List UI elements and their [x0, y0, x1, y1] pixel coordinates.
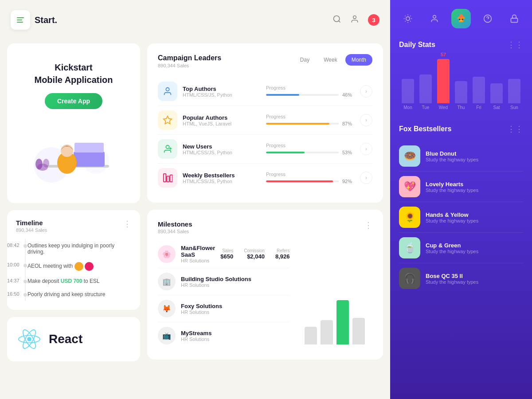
- svg-point-11: [35, 159, 43, 169]
- svg-line-33: [410, 16, 411, 16]
- list-item: 16:50 Poorly driving and keep structure: [25, 288, 131, 301]
- svg-line-29: [410, 21, 411, 21]
- bar-label: Thu: [457, 105, 465, 110]
- chart-bar: [321, 320, 333, 344]
- progress-pct: 92%: [342, 179, 355, 184]
- milestone-stats: Sales $650 Comission $2,040 Refers 8,926: [220, 248, 289, 260]
- timeline-card: Timeline 890,344 Sales ⋮ 08:42 Outlines …: [7, 210, 140, 310]
- list-item: 🎧 Bose QC 35 II Study the highway types: [399, 263, 523, 293]
- new-users-progress: Progress 53%: [266, 143, 355, 155]
- chart-bar-wed: [437, 59, 450, 103]
- svg-point-2: [353, 16, 356, 19]
- milestones-card: Milestones 890,344 Sales ⋮ 🌸 Man&Flower …: [147, 210, 383, 360]
- chevron-button[interactable]: ›: [360, 85, 372, 98]
- timeline-text: Outlines keep you indulging in poorly dr…: [27, 243, 131, 255]
- milestone-icon: 🌸: [158, 245, 176, 263]
- left-panel: Start. 3 Kickstart Mobile Application Cr…: [0, 0, 390, 399]
- progress-bar: [266, 152, 339, 153]
- left-column: Kickstart Mobile Application Create App: [7, 43, 140, 392]
- timeline-text: Make deposit USD 700 to ESL: [27, 278, 131, 284]
- chevron-button[interactable]: ›: [360, 172, 372, 184]
- timeline-options-icon[interactable]: ⋮: [123, 219, 131, 229]
- milestone-info: Man&Flower SaaS HR Solutions: [181, 245, 215, 263]
- campaign-subtitle: 890,344 Sales: [158, 63, 221, 68]
- bestseller-image: 💖: [399, 176, 420, 197]
- weekly-bestsellers-info: Weekly Bestsellers HTML/CSS/JS, Python: [183, 172, 261, 184]
- progress-pct: 53%: [342, 150, 355, 155]
- bar-group-tue: Tue: [419, 66, 433, 110]
- search-icon[interactable]: [332, 15, 341, 26]
- illustration: [25, 116, 122, 183]
- popular-authors-progress: Progress 87%: [266, 114, 355, 126]
- tab-week[interactable]: Week: [317, 54, 343, 66]
- timeline-time: 14:37: [7, 278, 23, 283]
- fox-bestsellers-options-icon[interactable]: ⋮⋮: [507, 124, 523, 134]
- milestones-options-icon[interactable]: ⋮: [364, 220, 372, 230]
- list-item: 🏢 Building Studio Solutions HR Solutions: [158, 268, 289, 295]
- create-app-button[interactable]: Create App: [45, 93, 102, 109]
- svg-point-34: [433, 16, 436, 19]
- chevron-button[interactable]: ›: [360, 114, 372, 126]
- row-name: Top Authors: [183, 86, 261, 92]
- svg-rect-7: [74, 143, 104, 153]
- bestseller-name: Blue Donut: [426, 150, 523, 157]
- bestseller-name: Lovely Hearts: [426, 181, 523, 188]
- bestseller-sub: Study the highway types: [426, 218, 523, 223]
- refers-stat: Refers 8,926: [275, 248, 290, 260]
- bar-label: Wed: [439, 105, 448, 110]
- notification-badge[interactable]: 3: [368, 14, 379, 26]
- progress-bar: [266, 123, 339, 125]
- progress-pct: 87%: [342, 121, 355, 126]
- daily-stats-options-icon[interactable]: ⋮⋮: [507, 40, 523, 50]
- logo-line-3: [17, 22, 23, 23]
- chevron-button[interactable]: ›: [360, 143, 372, 155]
- tab-day[interactable]: Day: [294, 54, 316, 66]
- chart-bar: [352, 318, 365, 344]
- new-users-info: New Users HTML/CSS/JS, Python: [183, 143, 261, 155]
- bestseller-info: Bose QC 35 II Study the highway types: [426, 273, 523, 285]
- milestone-name: Foxy Solutions: [181, 303, 289, 309]
- bestseller-image: 🍵: [399, 237, 420, 258]
- sidebar-icon-fox[interactable]: [451, 9, 471, 28]
- campaign-title: Campaign Leaders: [158, 54, 221, 62]
- svg-point-17: [166, 88, 169, 91]
- bestseller-name: Cup & Green: [426, 242, 523, 249]
- row-name: Popular Authors: [183, 114, 261, 121]
- chart-bar-mon: [402, 79, 414, 103]
- chart-bar-thu: [455, 81, 467, 103]
- chart-bar: [305, 327, 317, 344]
- bar-group-mon: Mon: [401, 71, 415, 110]
- user-icon[interactable]: [350, 15, 359, 26]
- milestone-name: Building Studio Solutions: [181, 276, 289, 282]
- campaign-row-weekly-bestsellers: Weekly Bestsellers HTML/CSS/JS, Python P…: [158, 164, 372, 192]
- progress-bar-wrap: 87%: [266, 121, 355, 126]
- react-label: React: [49, 332, 82, 346]
- row-tags: HTML/CSS/JS, Python: [183, 179, 261, 184]
- svg-point-12: [43, 159, 49, 168]
- progress-bar-wrap: 92%: [266, 179, 355, 184]
- sidebar-icon-lock[interactable]: [505, 9, 524, 28]
- progress-label: Progress: [266, 114, 355, 119]
- progress-bar: [266, 94, 339, 96]
- chart-bar-tue: [419, 74, 432, 103]
- list-item: 08:42 Outlines keep you indulging in poo…: [25, 239, 131, 258]
- tab-month[interactable]: Month: [345, 54, 372, 66]
- svg-point-19: [166, 145, 169, 149]
- bar-group-fri: Fri: [472, 69, 486, 110]
- sidebar-icon-profile[interactable]: [425, 9, 444, 28]
- list-item: 🌸 Man&Flower SaaS HR Solutions Sales $65…: [158, 240, 289, 268]
- svg-marker-18: [164, 116, 172, 124]
- commission-stat: Comission $2,040: [244, 248, 265, 260]
- campaign-title-group: Campaign Leaders 890,344 Sales: [158, 54, 221, 68]
- sidebar-icon-question[interactable]: [478, 9, 497, 28]
- bar-group-sun: Sun: [507, 71, 521, 110]
- svg-point-9: [61, 145, 73, 157]
- svg-point-40: [462, 19, 463, 20]
- sidebar-icon-bulb[interactable]: [398, 9, 418, 28]
- logo-icon: [11, 10, 30, 30]
- progress-label: Progress: [266, 85, 355, 90]
- sidebar-icon-row: [390, 0, 532, 33]
- milestones-title-group: Milestones 890,344 Sales: [158, 220, 192, 234]
- bestseller-image: 🌻: [399, 207, 420, 228]
- top-authors-icon: [158, 82, 177, 101]
